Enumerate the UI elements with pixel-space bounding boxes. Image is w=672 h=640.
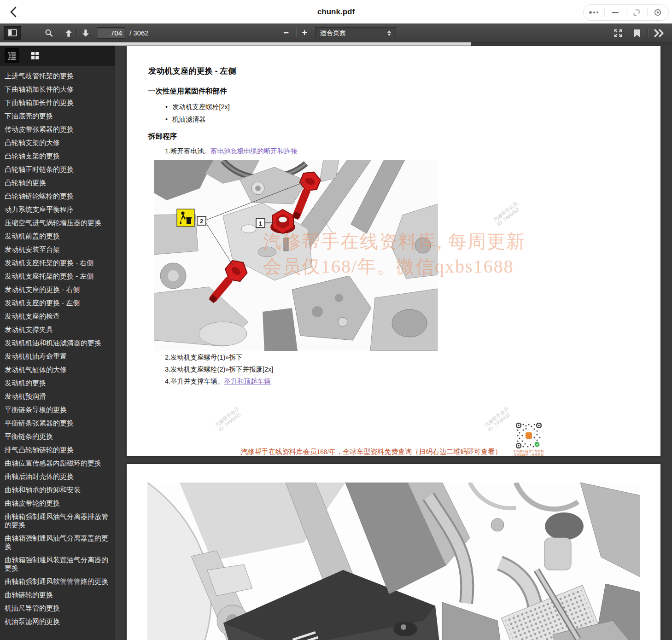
window-titlebar: chunk.pdf xyxy=(0,0,672,23)
section-heading-fasteners: 一次性使用紧固件和部件 xyxy=(148,87,227,96)
toc-item[interactable]: 发动机安装至台架 xyxy=(5,245,111,254)
toc-item[interactable]: 平衡链条的更换 xyxy=(5,432,111,441)
toc-item[interactable]: 凸轮轴正时链条的更换 xyxy=(5,165,111,174)
fullscreen-icon xyxy=(613,28,623,38)
battery-cable-link[interactable]: 蓄电池负极电缆的断开和连接 xyxy=(210,147,298,155)
toc-item[interactable]: 上进气歧管托架的更换 xyxy=(5,72,111,80)
toc-item[interactable]: 发动机支座托架的更换 - 右侧 xyxy=(5,259,111,267)
engine-mount-figure: 2 1 xyxy=(154,160,438,351)
toc-item[interactable]: 凸轮轴链轮螺栓的更换 xyxy=(5,192,111,200)
qr-code xyxy=(516,423,542,448)
zoom-in-button[interactable]: + xyxy=(298,26,311,39)
lift-vehicle-link[interactable]: 举升和顶起车辆 xyxy=(224,378,271,385)
toc-item[interactable]: 凸轮轴支架的大修 xyxy=(5,139,111,147)
bookmark-button[interactable] xyxy=(631,27,643,39)
callout-1: 1 xyxy=(256,219,265,227)
page-title: 发动机支座的更换 - 左侧 xyxy=(148,65,236,76)
engine-underside-figure xyxy=(147,483,640,640)
page-number-input[interactable] xyxy=(97,27,125,39)
toc-item[interactable]: 曲轴箱强制通风油气分离器排放管的更换 xyxy=(5,512,111,529)
step-1-text: 1.断开蓄电池。 xyxy=(165,147,210,155)
toc-item[interactable]: 曲轴链轮的更换 xyxy=(5,591,111,599)
id-watermark: 汽修帮手会员ID: 7496002 xyxy=(492,200,522,227)
toc-item[interactable]: 发动机机油寿命重置 xyxy=(5,352,111,361)
toc-item[interactable]: 发动机支座的检查 xyxy=(5,312,111,320)
toc-item[interactable]: 凸轮轴支架的更换 xyxy=(5,152,111,160)
toc-item[interactable]: 发动机预润滑 xyxy=(5,392,111,401)
window-capsule xyxy=(583,4,669,21)
sidebar: 上进气歧管托架的更换下曲轴箱加长件的大修下曲轴箱加长件的更换下油底壳的更换传动皮… xyxy=(0,46,115,640)
toc-item[interactable]: 平衡链条张紧器的更换 xyxy=(5,419,111,427)
select-arrows-icon xyxy=(387,30,391,36)
pdf-toolbar: / 3062 − + 适合页面 xyxy=(0,23,672,42)
toc-item[interactable]: 曲轴箱强制通风装置油气分离器的更换 xyxy=(5,556,111,572)
toc-item[interactable]: 机油尺导管的更换 xyxy=(5,604,111,612)
qr-caption: 扫码查询全球车型资料 仅需168/年，每周更新 xyxy=(510,449,547,456)
toc-item[interactable]: 发动机支座的更换 - 右侧 xyxy=(5,285,111,294)
pdf-page-705 xyxy=(127,464,660,640)
toc-item[interactable]: 排气凸轮轴链轮的更换 xyxy=(5,446,111,454)
search-button[interactable] xyxy=(43,27,55,39)
svg-text:2: 2 xyxy=(200,218,203,225)
toc-item[interactable]: 凸轮轴的更换 xyxy=(5,179,111,187)
outline-icon xyxy=(8,52,16,60)
toc-item[interactable]: 发动机支座托架的更换 - 左侧 xyxy=(5,272,111,280)
toc-item[interactable]: 发动机支撑夹具 xyxy=(5,326,111,334)
previous-page-button[interactable] xyxy=(62,27,75,40)
more-tools-button[interactable] xyxy=(652,27,666,40)
page-down-icon xyxy=(81,28,91,38)
toc-item[interactable]: 曲轴位置传感器内励磁环的更换 xyxy=(5,459,111,467)
toc-item[interactable]: 平衡链条导板的更换 xyxy=(5,406,111,414)
toc-item[interactable]: 曲轴和轴承的拆卸和安装 xyxy=(5,486,111,494)
toc-item[interactable]: 曲轴箱强制通风油气分离器盖的更换 xyxy=(5,534,111,551)
page-count-label: / 3062 xyxy=(129,23,149,42)
toc-item[interactable]: 下曲轴箱加长件的更换 xyxy=(5,99,111,107)
presentation-mode-button[interactable] xyxy=(611,27,625,40)
toc-item[interactable]: 机油泵滤网的更换 xyxy=(5,617,111,626)
pdf-viewer-area[interactable]: 发动机支座的更换 - 左侧 一次性使用紧固件和部件 发动机支座螺栓[2x] 机油… xyxy=(115,46,672,640)
pdf-page-704: 发动机支座的更换 - 左侧 一次性使用紧固件和部件 发动机支座螺栓[2x] 机油… xyxy=(127,46,660,456)
toc-item[interactable]: 发动机支座的更换 - 左侧 xyxy=(5,299,111,307)
toc-item[interactable]: 压缩空气进气涡轮增压器的更换 xyxy=(5,219,111,227)
toc-item[interactable]: 动力系统支座平衡程序 xyxy=(5,205,111,214)
toolbar-separator xyxy=(296,28,296,37)
sidebar-toggle-button[interactable] xyxy=(4,26,21,40)
more-dots-icon[interactable] xyxy=(584,5,604,20)
step-4: 4.举升并支撑车辆。举升和顶起车辆 xyxy=(165,377,271,386)
toc-item[interactable]: 下曲轴箱加长件的大修 xyxy=(5,85,111,93)
search-icon xyxy=(44,29,53,38)
outline-view-button[interactable] xyxy=(5,48,19,63)
minimize-icon[interactable] xyxy=(605,5,625,20)
toc-item[interactable]: 发动机的更换 xyxy=(5,379,111,387)
section-heading-removal: 拆卸程序 xyxy=(148,132,177,141)
loading-bar-progress xyxy=(0,42,471,46)
disposal-warning-icon xyxy=(177,209,194,227)
zoom-select[interactable]: 适合页面 xyxy=(315,27,396,39)
toc-item[interactable]: 下油底壳的更换 xyxy=(5,112,111,120)
toc-item[interactable]: 曲轴箱强制通风软管管管路的更换 xyxy=(5,577,111,586)
table-of-contents: 上进气歧管托架的更换下曲轴箱加长件的大修下曲轴箱加长件的更换下油底壳的更换传动皮… xyxy=(0,66,115,640)
zoom-select-value: 适合页面 xyxy=(320,29,346,37)
toc-item[interactable]: 传动皮带张紧器的更换 xyxy=(5,125,111,134)
toc-item[interactable]: 曲轴后油封壳体的更换 xyxy=(5,472,111,481)
next-page-button[interactable] xyxy=(79,27,92,40)
step-4-text: 4.举升并支撑车辆。 xyxy=(165,378,224,385)
toc-item[interactable]: 发动机机油和机油滤清器的更换 xyxy=(5,339,111,347)
thumbnails-view-button[interactable] xyxy=(28,48,42,63)
bookmark-icon xyxy=(634,29,640,38)
resize-icon[interactable] xyxy=(626,5,647,20)
toolbar-separator xyxy=(648,28,648,37)
toc-item[interactable]: 发动机气缸体的大修 xyxy=(5,366,111,374)
record-icon[interactable] xyxy=(648,5,668,20)
list-item: 发动机支座螺栓[2x] xyxy=(172,101,230,113)
list-item: 机油滤清器 xyxy=(172,113,230,126)
step-2: 2.发动机支座螺母(1)»拆下 xyxy=(165,353,242,362)
callout-2: 2 xyxy=(197,216,206,225)
page-up-icon xyxy=(64,28,74,38)
document-title: chunk.pdf xyxy=(0,0,672,23)
toc-item[interactable]: 曲轴皮带轮的更换 xyxy=(5,499,111,507)
zoom-out-button[interactable]: − xyxy=(279,26,293,39)
toc-item[interactable]: 发动机前盖的更换 xyxy=(5,232,111,240)
step-3: 3.发动机支座螺栓(2)»拆下并报废[2x] xyxy=(165,365,273,374)
pdf-viewer-app: chunk.pdf xyxy=(0,0,672,640)
